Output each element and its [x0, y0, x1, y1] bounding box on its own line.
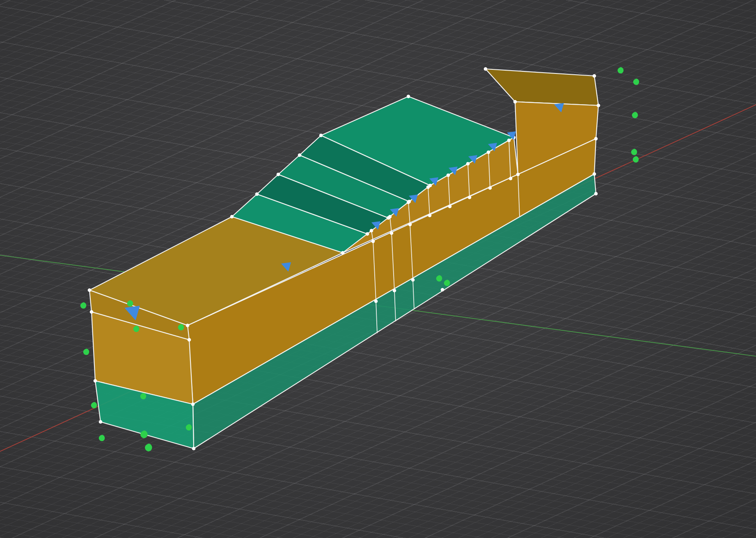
vertex-handle[interactable]: [90, 310, 94, 314]
vertex-handle[interactable]: [341, 251, 345, 255]
vertex-marker-green[interactable]: [99, 435, 105, 442]
vertex-handle[interactable]: [513, 100, 517, 104]
vertex-handle[interactable]: [319, 134, 323, 137]
vertex-handle[interactable]: [94, 379, 97, 383]
vertex-handle[interactable]: [411, 278, 415, 282]
vertex-handle[interactable]: [393, 289, 396, 293]
viewport-3d[interactable]: [0, 0, 756, 538]
vertex-handle[interactable]: [488, 186, 492, 190]
vertex-handle[interactable]: [407, 95, 410, 98]
vertex-handle[interactable]: [441, 288, 444, 292]
vertex-handle[interactable]: [192, 447, 196, 451]
scene-svg: [0, 0, 756, 538]
vertex-marker-green[interactable]: [618, 67, 624, 74]
vertex-marker-green[interactable]: [83, 349, 89, 355]
vertex-handle[interactable]: [370, 229, 373, 233]
vertex-handle[interactable]: [468, 196, 472, 199]
vertex-handle[interactable]: [388, 215, 392, 219]
vertex-marker-green[interactable]: [80, 302, 87, 309]
vertex-handle[interactable]: [88, 288, 92, 292]
vertex-handle[interactable]: [99, 420, 103, 424]
vertex-handle[interactable]: [408, 223, 412, 227]
vertex-handle[interactable]: [466, 162, 470, 166]
vertex-marker-green[interactable]: [631, 149, 637, 156]
vertex-marker-green[interactable]: [145, 444, 152, 451]
vertex-handle[interactable]: [594, 137, 598, 141]
vertex-handle[interactable]: [366, 232, 369, 236]
vertex-handle[interactable]: [507, 139, 511, 142]
vertex-handle[interactable]: [448, 205, 452, 208]
vertex-handle[interactable]: [484, 67, 488, 71]
vertex-handle[interactable]: [597, 104, 600, 108]
vertex-handle[interactable]: [186, 324, 190, 327]
vertex-handle[interactable]: [188, 338, 191, 342]
vertex-handle[interactable]: [298, 153, 302, 157]
vertex-marker-green[interactable]: [633, 79, 639, 85]
vertex-handle[interactable]: [594, 192, 598, 196]
vertex-handle[interactable]: [230, 215, 234, 219]
vertex-handle[interactable]: [428, 214, 432, 217]
vertex-handle[interactable]: [407, 201, 410, 204]
vertex-handle[interactable]: [390, 231, 394, 235]
vertex-handle[interactable]: [593, 172, 596, 176]
vertex-handle[interactable]: [447, 174, 450, 177]
vertex-handle[interactable]: [509, 177, 513, 181]
vertex-marker-green[interactable]: [91, 402, 97, 409]
vertex-handle[interactable]: [374, 300, 378, 303]
vertex-handle[interactable]: [371, 240, 375, 243]
vertex-marker-green[interactable]: [632, 112, 638, 119]
vertex-handle[interactable]: [255, 192, 259, 196]
vertex-handle[interactable]: [516, 173, 520, 176]
vertex-handle[interactable]: [593, 74, 596, 78]
vertex-handle[interactable]: [277, 173, 280, 176]
vertex-handle[interactable]: [426, 185, 430, 189]
vertex-handle[interactable]: [487, 151, 490, 154]
vertex-marker-green[interactable]: [633, 156, 639, 163]
vertex-handle[interactable]: [191, 403, 195, 406]
right-block-top-face[interactable]: [486, 69, 598, 105]
